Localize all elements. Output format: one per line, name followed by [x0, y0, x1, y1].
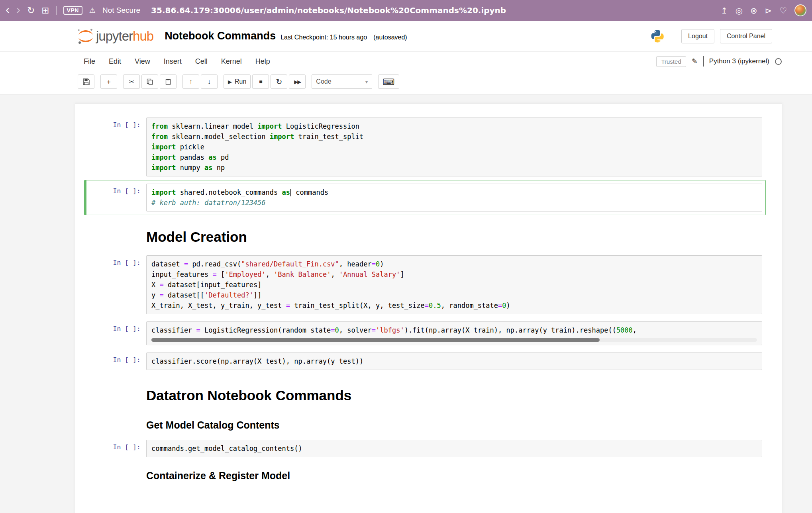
markdown-cell[interactable]: Model Creation [84, 215, 766, 252]
cell-type-dropdown[interactable]: Code ▾ [312, 74, 372, 89]
cell-prompt [86, 219, 146, 248]
checkpoint-status: Last Checkpoint: 15 hours ago [280, 34, 367, 41]
trusted-badge[interactable]: Trusted [656, 56, 686, 67]
notebook-menubar: File Edit View Insert Cell Kernel Help T… [0, 52, 812, 71]
menu-insert[interactable]: Insert [157, 57, 188, 66]
profile-avatar[interactable] [794, 4, 806, 16]
cell-prompt: In [ ]: [86, 440, 146, 457]
cell-prompt [86, 377, 146, 407]
notebook-cells: In [ ]:from sklearn.linear_model import … [75, 103, 782, 513]
chevron-down-icon: ▾ [365, 79, 368, 85]
browser-nav-right: ↥ ◎ ⊗ ⊳ ♡ [714, 4, 806, 16]
cell-prompt: In [ ]: [86, 352, 146, 370]
url-text[interactable]: 35.86.64.179:30006/user/admin/notebooks/… [151, 6, 506, 15]
jupyterhub-wordmark: jupyterhub [96, 29, 153, 43]
run-button[interactable]: ▶Run [224, 74, 251, 89]
code-editor[interactable]: from sklearn.linear_model import Logisti… [146, 117, 762, 176]
jupyterhub-logo[interactable]: jupyterhub [77, 27, 153, 45]
menu-cell[interactable]: Cell [188, 57, 214, 66]
kernel-name: Python 3 (ipykernel) [709, 57, 769, 65]
menubar-right: Trusted ✎ Python 3 (ipykernel) [656, 56, 782, 67]
menu-edit[interactable]: Edit [102, 57, 128, 66]
code-editor[interactable]: classifier.score(np.array(X_test), np.ar… [146, 352, 762, 370]
cell-prompt: In [ ]: [86, 117, 146, 176]
logout-button[interactable]: Logout [681, 29, 714, 43]
jupyterhub-header: jupyterhub Notebook Commands Last Checkp… [0, 21, 812, 52]
code-cell[interactable]: In [ ]:classifier.score(np.array(X_test)… [84, 349, 766, 374]
code-cell[interactable]: In [ ]:classifier = LogisticRegression(r… [84, 318, 766, 349]
back-icon[interactable]: ‹ [6, 4, 10, 16]
tab-grid-icon[interactable]: ⊞ [41, 6, 49, 15]
menu-kernel[interactable]: Kernel [214, 57, 249, 66]
markdown-heading: Containerize & Register Model [146, 470, 290, 482]
favorites-icon[interactable]: ♡ [779, 6, 787, 15]
kernel-status-icon [775, 58, 782, 65]
python-logo-icon [650, 29, 665, 43]
code-cell[interactable]: In [ ]:import shared.notebook_commands a… [84, 180, 766, 215]
paste-cell-button[interactable] [160, 74, 177, 89]
browser-chrome: ‹ › ↻ ⊞ VPN ⚠ Not Secure 35.86.64.179:30… [0, 0, 812, 21]
code-editor[interactable]: dataset = pd.read_csv("shared/Default_Fi… [146, 255, 762, 314]
cell-prompt [86, 414, 146, 433]
cell-prompt [86, 464, 146, 483]
code-editor[interactable]: import shared.notebook_commands as comma… [146, 184, 762, 211]
screen: ‹ › ↻ ⊞ VPN ⚠ Not Secure 35.86.64.179:30… [0, 0, 812, 513]
code-cell[interactable]: In [ ]:commands.get_model_catalog_conten… [84, 436, 766, 461]
edit-title-icon[interactable]: ✎ [692, 57, 698, 66]
code-editor[interactable]: commands.get_model_catalog_contents() [146, 440, 762, 457]
notebook-title-block: Notebook Commands Last Checkpoint: 15 ho… [165, 30, 407, 42]
notebook-toolbar: + ✂ ↑ ↓ ▶Run ■ ↻ ▶▶ Code ▾ ⌨ [0, 71, 812, 94]
browser-nav-left: ‹ › ↻ ⊞ VPN ⚠ Not Secure 35.86.64.179:30… [6, 5, 714, 16]
menu-file[interactable]: File [79, 57, 102, 66]
restart-kernel-button[interactable]: ↻ [271, 74, 287, 89]
restart-run-all-button[interactable]: ▶▶ [289, 74, 306, 89]
jupyter-logo-icon [77, 27, 94, 45]
markdown-heading: Datatron Notebook Commands [146, 388, 351, 403]
divider [703, 56, 704, 67]
warning-icon: ⚠ [89, 6, 96, 15]
text-cursor [290, 189, 291, 196]
code-cell[interactable]: In [ ]:from sklearn.linear_model import … [84, 114, 766, 180]
code-editor[interactable]: classifier = LogisticRegression(random_s… [146, 321, 762, 345]
notebook-background: In [ ]:from sklearn.linear_model import … [0, 94, 812, 513]
copy-cell-button[interactable] [141, 74, 158, 89]
stop-button[interactable]: ■ [252, 74, 269, 89]
markdown-heading: Model Creation [146, 229, 247, 245]
menu-help[interactable]: Help [249, 57, 277, 66]
cell-type-value: Code [316, 78, 331, 85]
forward-icon[interactable]: › [16, 4, 20, 16]
code-cell[interactable]: In [ ]:dataset = pd.read_csv("shared/Def… [84, 252, 766, 318]
header-actions: Logout Control Panel [650, 29, 772, 43]
scrollbar-thumb[interactable] [151, 338, 600, 342]
move-cell-up-button[interactable]: ↑ [182, 74, 199, 89]
vpn-extension-badge[interactable]: VPN [63, 6, 82, 15]
send-icon[interactable]: ⊳ [765, 6, 772, 15]
blocker-icon[interactable]: ⊗ [750, 6, 757, 15]
cell-prompt: In [ ]: [86, 184, 146, 211]
markdown-cell[interactable]: Datatron Notebook Commands [84, 374, 766, 410]
reload-icon[interactable]: ↻ [27, 6, 35, 15]
save-button[interactable] [78, 74, 94, 89]
cell-prompt: In [ ]: [86, 321, 146, 345]
add-cell-button[interactable]: + [100, 74, 117, 89]
markdown-cell[interactable]: Containerize & Register Model [84, 461, 766, 487]
cut-cell-button[interactable]: ✂ [123, 74, 140, 89]
share-icon[interactable]: ↥ [721, 6, 728, 15]
move-cell-down-button[interactable]: ↓ [201, 74, 218, 89]
markdown-heading: Get Model Catalog Contents [146, 419, 280, 431]
divider [56, 6, 57, 15]
command-palette-button[interactable]: ⌨ [378, 74, 399, 89]
notebook-title[interactable]: Notebook Commands [165, 30, 276, 42]
menu-view[interactable]: View [128, 57, 157, 66]
cell-prompt: In [ ]: [86, 255, 146, 314]
markdown-cell[interactable]: Get Model Catalog Contents [84, 410, 766, 436]
security-label[interactable]: Not Secure [102, 6, 140, 15]
run-icon: ▶ [228, 79, 232, 84]
horizontal-scrollbar[interactable] [151, 338, 757, 342]
control-panel-button[interactable]: Control Panel [720, 29, 772, 43]
screenshot-icon[interactable]: ◎ [736, 6, 743, 15]
autosave-status: (autosaved) [373, 34, 407, 41]
